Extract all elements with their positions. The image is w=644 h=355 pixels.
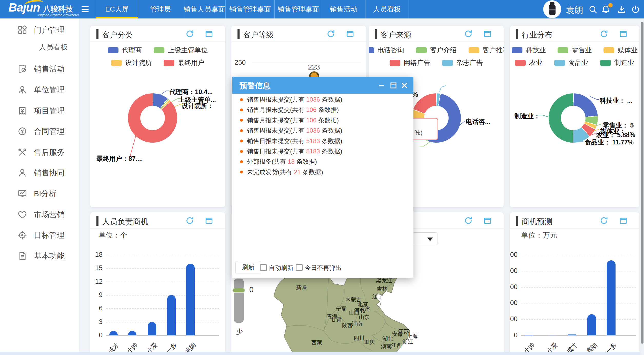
refresh-icon[interactable] bbox=[599, 29, 609, 38]
legend-swatch bbox=[512, 47, 522, 53]
legend-item[interactable]: 电话咨询 bbox=[369, 46, 404, 55]
bar-成才[interactable] bbox=[109, 331, 118, 335]
close-icon[interactable] bbox=[400, 81, 409, 90]
legend-item[interactable]: 客户介绍 bbox=[416, 46, 457, 55]
sidebar-item-9[interactable]: BI分析 bbox=[17, 188, 56, 200]
legend-swatch bbox=[390, 60, 400, 66]
bar-chart[interactable]: 10008006004002000小帅小爱成才袁朗一多 bbox=[510, 212, 639, 355]
legend-item[interactable]: 科技业 bbox=[512, 46, 546, 55]
sidebar-item-1[interactable]: 门户管理 bbox=[17, 24, 65, 36]
y-axis-tick: 18 bbox=[90, 251, 103, 259]
sidebar-item-11[interactable]: 目标管理 bbox=[17, 229, 65, 241]
bar-一多[interactable] bbox=[167, 295, 176, 335]
fullscreen-icon[interactable] bbox=[483, 216, 492, 225]
search-icon[interactable] bbox=[588, 5, 598, 14]
tooltip-text-fragment: %) bbox=[414, 129, 423, 137]
legend-swatch bbox=[154, 47, 164, 53]
portal-icon bbox=[17, 25, 27, 35]
bar-一多[interactable] bbox=[607, 260, 616, 335]
bullet-icon bbox=[240, 98, 243, 101]
bar-袁朗[interactable] bbox=[587, 314, 596, 335]
minimize-icon[interactable] bbox=[378, 81, 386, 90]
nav-item[interactable]: 人员看板 bbox=[365, 0, 409, 18]
sidebar-item-7[interactable]: 售后服务 bbox=[17, 146, 65, 159]
legend-item[interactable]: 媒体业 bbox=[603, 46, 638, 55]
legend-item[interactable]: 上级主管单位 bbox=[154, 46, 208, 55]
legend-item[interactable]: 代理商 bbox=[108, 46, 142, 55]
sidebar-item-3[interactable]: 销售活动 bbox=[17, 63, 65, 75]
sidebar-item-5[interactable]: 项目管理 bbox=[17, 105, 65, 117]
visualmap-min-label: 少 bbox=[236, 327, 243, 336]
sidebar-item-4[interactable]: 单位管理 bbox=[17, 84, 65, 96]
bar-袁朗[interactable] bbox=[186, 264, 195, 335]
bar-小帅[interactable] bbox=[525, 335, 533, 335]
province-label: 陕西 bbox=[342, 322, 353, 329]
province-label: 吉林 bbox=[377, 285, 388, 292]
nav-item[interactable]: 销售管理桌面 bbox=[275, 0, 322, 18]
sidebar-item-12[interactable]: 基本功能 bbox=[17, 250, 65, 262]
fullscreen-icon[interactable] bbox=[205, 29, 213, 38]
legend-item[interactable]: 网络广告 bbox=[390, 58, 430, 67]
sidebar-item-6[interactable]: 合同管理 bbox=[17, 125, 65, 137]
y-axis-tick: 400 bbox=[510, 299, 518, 307]
nav-item[interactable]: 管理层 bbox=[138, 0, 183, 18]
legend-item[interactable]: 杂志广告 bbox=[442, 58, 483, 67]
bar-chart[interactable]: 1815129630成才小帅小爱一多袁朗 bbox=[90, 212, 225, 355]
donut-chart[interactable] bbox=[128, 93, 177, 143]
bar-小爱[interactable] bbox=[148, 322, 156, 335]
refresh-icon[interactable] bbox=[464, 29, 473, 38]
card-actions bbox=[464, 216, 492, 225]
sidebar-item-8[interactable]: 销售协同 bbox=[17, 167, 65, 179]
bar-小帅[interactable] bbox=[128, 331, 136, 335]
y-axis-tick: 600 bbox=[510, 283, 518, 291]
no-popup-checkbox[interactable] bbox=[296, 264, 303, 271]
bar-成才[interactable] bbox=[568, 334, 576, 335]
warning-item: 销售日报未提交(共有 5183 条数据) bbox=[240, 147, 342, 155]
fullscreen-icon[interactable] bbox=[483, 29, 492, 38]
visualmap-slider[interactable] bbox=[234, 279, 244, 323]
refresh-icon[interactable] bbox=[185, 29, 194, 38]
legend-item[interactable]: 设计院所 bbox=[111, 58, 152, 67]
donut-chart[interactable] bbox=[549, 93, 598, 143]
auto-refresh-checkbox[interactable] bbox=[260, 264, 267, 271]
legend-swatch bbox=[558, 47, 568, 53]
province-label: 山西 bbox=[349, 309, 359, 316]
legend-item[interactable]: 客户推荐 bbox=[469, 46, 504, 55]
top-nav: Bajun 八骏科技 Anyone,Anytime,Anywhere! EC大屏… bbox=[0, 0, 644, 18]
legend-item[interactable]: 农业 bbox=[515, 58, 542, 67]
page-bottom-strip bbox=[0, 352, 644, 355]
visualmap-handle[interactable] bbox=[232, 288, 245, 293]
legend-item[interactable]: 最终用户 bbox=[164, 58, 204, 67]
sidebar-item-2[interactable]: 人员看板 bbox=[39, 41, 68, 53]
refresh-button[interactable]: 刷新 bbox=[235, 261, 261, 273]
nav-item[interactable]: 销售管理桌面 bbox=[226, 0, 275, 18]
province-label: 重庆 bbox=[364, 339, 375, 346]
card-title: 行业分布 bbox=[522, 30, 552, 40]
scrollbar-thumb[interactable] bbox=[641, 22, 643, 344]
download-icon[interactable] bbox=[617, 5, 626, 14]
power-icon[interactable] bbox=[631, 5, 640, 14]
nav-item[interactable]: 销售人员桌面 bbox=[183, 0, 226, 18]
refresh-icon[interactable] bbox=[326, 29, 335, 38]
user-name[interactable]: 袁朗 bbox=[566, 4, 583, 16]
legend-item[interactable]: 制造业 bbox=[600, 58, 634, 67]
fullscreen-icon[interactable] bbox=[346, 29, 354, 38]
modal-header[interactable]: 预警信息 bbox=[232, 77, 413, 94]
sidebar-item-10[interactable]: 市场营销 bbox=[17, 209, 65, 221]
y-axis-tick: 9 bbox=[90, 291, 103, 299]
maximize-icon[interactable] bbox=[389, 81, 398, 90]
avatar[interactable] bbox=[543, 0, 561, 18]
bar-小爱[interactable] bbox=[548, 335, 556, 335]
app-logo[interactable]: Bajun 八骏科技 Anyone,Anytime,Anywhere! bbox=[8, 1, 73, 14]
nav-item[interactable]: 销售活动 bbox=[322, 0, 365, 18]
fullscreen-icon[interactable] bbox=[619, 29, 628, 38]
menu-toggle-icon[interactable] bbox=[82, 6, 89, 12]
refresh-icon[interactable] bbox=[464, 216, 473, 225]
legend-swatch bbox=[554, 60, 565, 66]
nav-item[interactable]: EC大屏 bbox=[96, 0, 138, 18]
legend-item[interactable]: 食品业 bbox=[554, 58, 588, 67]
activity-icon bbox=[17, 64, 27, 74]
chart-legend: 代理商上级主管单位设计院所最终用户 bbox=[90, 46, 225, 67]
legend-item[interactable]: 零售业 bbox=[558, 46, 592, 55]
basic-icon bbox=[17, 251, 27, 261]
